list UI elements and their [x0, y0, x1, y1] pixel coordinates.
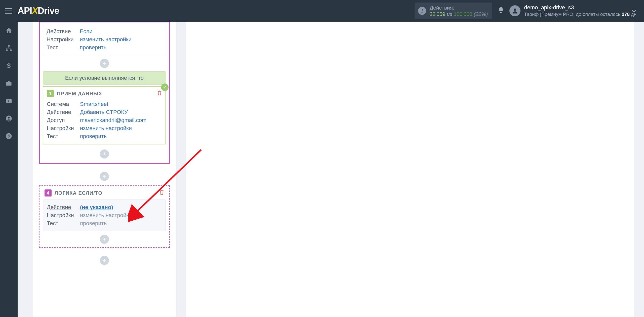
sidebar-home[interactable]: [0, 22, 18, 39]
field-action-label: Действие: [47, 28, 80, 35]
logo-text-pre: API: [18, 6, 32, 16]
add-inside-logic-button[interactable]: +: [100, 235, 109, 244]
sidebar-help[interactable]: ?: [0, 127, 18, 145]
system-value[interactable]: Smartsheet: [80, 101, 108, 107]
action-value[interactable]: Добавить СТРОКУ: [80, 109, 128, 115]
sidebar-billing[interactable]: $: [0, 57, 18, 74]
logic-title: ЛОГИКА ЕСЛИ/ТО: [55, 190, 156, 196]
workflow-panel: Действие Если Настройки изменить настрой…: [33, 22, 176, 317]
access-value[interactable]: maverickandrii@gmail.com: [80, 117, 146, 124]
sidebar-video[interactable]: [0, 92, 18, 110]
svg-text:?: ?: [8, 134, 10, 139]
sidebar-connections[interactable]: [0, 39, 18, 57]
actions-of: из: [447, 11, 452, 17]
actions-counter[interactable]: i Действия: 22'059 из 100'000 (22%): [415, 3, 493, 19]
user-menu[interactable]: demo_apix-drive_s3 Тариф |Премиум PRO| д…: [509, 4, 636, 17]
user-name: demo_apix-drive_s3: [524, 4, 636, 11]
sidebar: $ ?: [0, 22, 18, 317]
logic-test-label: Тест: [47, 220, 80, 227]
test-label: Тест: [47, 133, 80, 140]
test-value[interactable]: проверить: [80, 133, 107, 140]
sidebar-profile[interactable]: [0, 110, 18, 127]
logic-settings-value: изменить настройки: [80, 212, 132, 219]
condition-divider: Если условие выполняется, то: [43, 71, 166, 85]
add-step-button[interactable]: +: [100, 59, 109, 68]
step-number-badge: 1: [47, 90, 54, 97]
actions-label: Действия:: [430, 5, 488, 11]
destination-title: ПРИЕМ ДАННЫХ: [57, 91, 154, 97]
condition-card: Действие Если Настройки изменить настрой…: [43, 24, 166, 55]
logic-action-label: Действие: [47, 204, 80, 211]
info-icon: i: [418, 7, 426, 15]
delete-logic-button[interactable]: [159, 189, 164, 196]
logo-text-post: Drive: [38, 6, 59, 16]
field-test-value[interactable]: проверить: [80, 44, 106, 51]
content-panel: [186, 22, 634, 317]
svg-rect-2: [6, 50, 8, 51]
svg-rect-1: [8, 45, 10, 47]
add-block-button[interactable]: +: [100, 172, 109, 181]
settings-value[interactable]: изменить настройки: [80, 125, 132, 132]
logic-group-card: Действие Если Настройки изменить настрой…: [39, 22, 170, 164]
logic-action-value[interactable]: (не указано): [80, 204, 113, 211]
delete-button[interactable]: [157, 90, 162, 97]
check-icon: ✓: [161, 84, 169, 91]
actions-current: 22'059: [430, 11, 445, 17]
destination-card: ✓ 1 ПРИЕМ ДАННЫХ Система Smartsheet Дейс…: [43, 86, 166, 144]
user-tariff: Тариф |Премиум PRO| до оплаты осталось 2…: [524, 11, 636, 18]
chevron-down-icon[interactable]: [631, 9, 636, 14]
field-settings-value[interactable]: изменить настройки: [80, 36, 132, 43]
system-label: Система: [47, 101, 80, 107]
settings-label: Настройки: [47, 125, 80, 132]
sidebar-briefcase[interactable]: [0, 74, 18, 92]
notifications-bell-icon[interactable]: [497, 7, 504, 15]
svg-rect-3: [10, 50, 12, 51]
access-label: Доступ: [47, 117, 80, 124]
field-settings-label: Настройки: [47, 36, 80, 43]
avatar-icon: [509, 5, 520, 16]
field-action-value[interactable]: Если: [80, 28, 93, 35]
logo[interactable]: APIXDrive: [18, 6, 59, 16]
logic-card: 4 ЛОГИКА ЕСЛИ/ТО Действие (не указано) Н…: [39, 185, 170, 248]
step-number-badge-logic: 4: [45, 189, 52, 196]
add-block-button-2[interactable]: +: [100, 256, 109, 265]
logo-text-x: X: [32, 6, 38, 16]
actions-percent: (22%): [474, 11, 488, 17]
actions-max: 100'000: [454, 11, 472, 17]
logic-settings-label: Настройки: [47, 212, 80, 219]
svg-point-0: [514, 9, 516, 11]
logic-test-value: проверить: [80, 220, 107, 227]
field-test-label: Тест: [47, 44, 80, 51]
svg-point-8: [8, 117, 10, 118]
hamburger-menu[interactable]: [0, 0, 18, 22]
add-step-button-2[interactable]: +: [100, 149, 109, 158]
svg-text:$: $: [7, 62, 11, 69]
action-label: Действие: [47, 109, 80, 115]
